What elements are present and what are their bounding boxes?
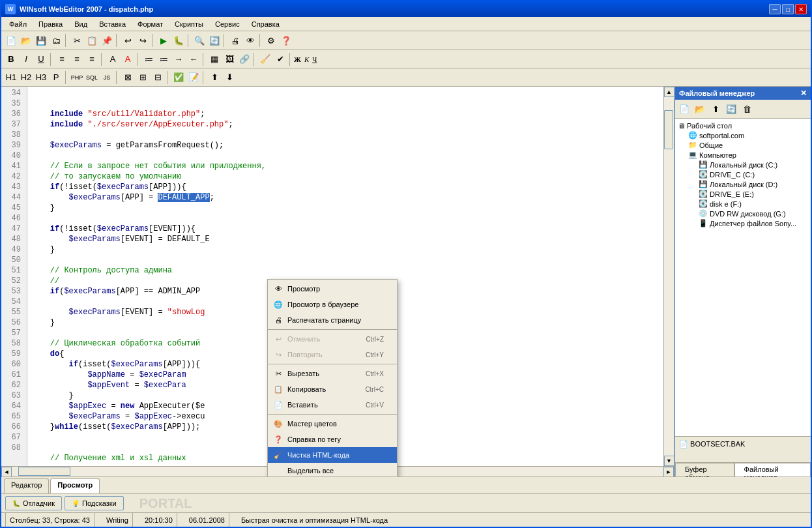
tb-upload[interactable]: ⬆ [207,70,222,85]
fm-close-button[interactable]: ✕ [800,89,807,98]
cm-preview[interactable]: 👁 Просмотр [268,281,397,297]
cm-html-clean[interactable]: 🧹 Чистка HTML-кода [268,447,397,463]
tb-outdent[interactable]: ← [186,52,201,66]
maximize-button[interactable]: □ [782,4,794,14]
tb-h1[interactable]: H1 [4,70,18,85]
tree-item-sony[interactable]: 📱 Диспетчер файлов Sony... [678,218,808,228]
debugger-button[interactable]: 🐛 Отладчик [5,496,62,510]
tb-underline[interactable]: U [34,52,48,66]
tb-php[interactable]: PHP [70,70,84,85]
tb-debug[interactable]: 🐛 [171,33,186,48]
tb-sql[interactable]: SQL [85,70,99,85]
menu-file[interactable]: Файл [4,19,32,29]
hints-button[interactable]: 💡 Подсказки [65,496,124,510]
tb-print[interactable]: 🖨 [228,33,242,48]
menu-format[interactable]: Формат [132,19,168,29]
tb-help[interactable]: ❓ [279,33,293,48]
tb-align-center[interactable]: ≡ [70,52,84,66]
tree-item-desktop[interactable]: 🖥 Рабочий стол [678,121,808,130]
menu-edit[interactable]: Правка [33,19,68,29]
menu-insert[interactable]: Вставка [94,19,131,29]
tb-check[interactable]: ✅ [171,70,186,85]
tb-align-right[interactable]: ≡ [85,52,99,66]
h-scroll-thumb[interactable] [18,467,70,476]
cm-select-all[interactable]: Выделить все [268,463,397,477]
tb-table[interactable]: ▦ [207,52,222,66]
cm-browser-preview[interactable]: 🌐 Просмотр в браузере [268,297,397,312]
scroll-down-button[interactable]: ▼ [664,456,674,466]
tree-item-softportal[interactable]: 🌐 softportal.com [678,130,808,140]
cm-tag-help[interactable]: ❓ Справка по тегу [268,432,397,447]
tb-align-left[interactable]: ≡ [55,52,69,66]
tb-bold[interactable]: B [4,52,18,66]
tb-list-ul[interactable]: ≔ [141,52,156,66]
tb-list-ol[interactable]: ≔ [156,52,171,66]
tb-font-size[interactable]: A [106,52,120,66]
tb-indent[interactable]: → [171,52,186,66]
tree-item-drive-c[interactable]: 💾 Локальный диск (C:) [678,160,808,169]
tb-js[interactable]: JS [100,70,114,85]
tb-italic[interactable]: I [19,52,33,66]
fm-btn-open[interactable]: 📂 [693,102,707,116]
tb-new[interactable]: 📄 [4,33,18,48]
menu-service[interactable]: Сервис [210,19,245,29]
fm-btn-new[interactable]: 📄 [677,102,691,116]
file-bootsect[interactable]: 📄 BOOTSECT.BAK [678,439,808,449]
fm-btn-up[interactable]: ⬆ [708,102,723,116]
menu-help[interactable]: Справка [246,19,285,29]
tb-paste[interactable]: 📌 [100,33,114,48]
cm-paste[interactable]: 📄 Вставить Ctrl+V [268,397,397,413]
cm-redo[interactable]: ↪ Повторить Ctrl+Y [268,347,397,362]
tb-download[interactable]: ⬇ [222,70,237,85]
tb-redo[interactable]: ↪ [136,33,150,48]
tb-tag-close[interactable]: ⊠ [121,70,135,85]
tb-collapse[interactable]: ⊟ [151,70,165,85]
tb-cut[interactable]: ✂ [70,33,84,48]
tb-font-color[interactable]: A [121,52,135,66]
fm-tab-clipboard[interactable]: Буфер обмена [675,463,734,477]
scroll-track[interactable] [664,97,674,456]
fm-tab-filemanager[interactable]: Файловый менеджер [734,463,811,477]
minimize-button[interactable]: ─ [769,4,781,14]
tree-item-drive-d[interactable]: 💾 Локальный диск (D:) [678,179,808,189]
tb-html-clean[interactable]: 🧹 [258,52,272,66]
tree-item-common[interactable]: 📁 Общие [678,140,808,150]
close-button[interactable]: ✕ [795,4,807,14]
tb-image[interactable]: 🖼 [222,52,237,66]
scroll-right-button[interactable]: ► [663,467,674,477]
cm-cut[interactable]: ✂ Вырезать Ctrl+X [268,366,397,381]
menu-scripts[interactable]: Скрипты [169,19,209,29]
tb-run[interactable]: ▶ [156,33,171,48]
tb-save-all[interactable]: 🗂 [49,33,63,48]
tb-open[interactable]: 📂 [19,33,33,48]
tree-item-disk-f[interactable]: 💽 disk e (F:) [678,199,808,209]
fm-btn-refresh[interactable]: 🔄 [724,102,738,116]
tb-expand[interactable]: ⊞ [136,70,150,85]
tab-preview[interactable]: Просмотр [50,478,100,493]
tb-paragraph[interactable]: P [49,70,63,85]
cm-color-wizard[interactable]: 🎨 Мастер цветов [268,416,397,432]
tb-h3[interactable]: H3 [34,70,48,85]
scroll-up-button[interactable]: ▲ [664,87,674,97]
tree-item-dvd[interactable]: 💿 DVD RW дисковод (G:) [678,209,808,218]
tree-item-drive-e[interactable]: 💽 DRIVE_E (E:) [678,189,808,199]
tb-search[interactable]: 🔍 [192,33,207,48]
scroll-left-button[interactable]: ◄ [1,467,12,477]
cm-undo[interactable]: ↩ Отменить Ctrl+Z [268,331,397,347]
tb-settings[interactable]: ⚙ [264,33,278,48]
tb-validate[interactable]: ✔ [273,52,287,66]
tb-h2[interactable]: H2 [19,70,33,85]
tab-editor[interactable]: Редактор [4,478,49,493]
cm-print[interactable]: 🖨 Распечатать страницу [268,312,397,328]
tb-undo[interactable]: ↩ [121,33,135,48]
tb-save[interactable]: 💾 [34,33,48,48]
fm-btn-delete[interactable]: 🗑 [740,102,754,116]
tree-item-drive-c2[interactable]: 💽 DRIVE_C (C:) [678,169,808,179]
tb-snippet[interactable]: 📝 [186,70,201,85]
cm-copy[interactable]: 📋 Копировать Ctrl+C [268,381,397,397]
menu-view[interactable]: Вид [69,19,93,29]
scroll-thumb[interactable] [664,110,673,149]
tb-copy[interactable]: 📋 [85,33,99,48]
tb-preview[interactable]: 👁 [243,33,257,48]
tree-item-computer[interactable]: 💻 Компьютер [678,150,808,160]
